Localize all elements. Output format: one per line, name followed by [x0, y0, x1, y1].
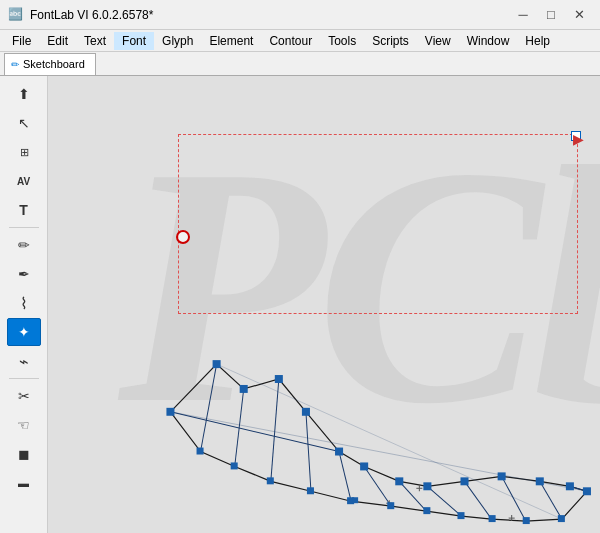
- node-25: [423, 507, 430, 514]
- close-button[interactable]: ✕: [566, 5, 592, 25]
- maximize-button[interactable]: □: [538, 5, 564, 25]
- menu-window[interactable]: Window: [459, 32, 518, 50]
- playback-arrow-icon: ▶: [573, 131, 584, 147]
- metrics-tool-button[interactable]: AV: [7, 167, 41, 195]
- svg-line-3: [271, 379, 279, 481]
- node-16: [231, 462, 238, 469]
- sketchboard-tab[interactable]: ✏ Sketchboard: [4, 53, 96, 75]
- canvas-inner: PCb ▶: [48, 76, 600, 533]
- selection-bounding-box: [178, 134, 578, 314]
- menu-bar: File Edit Text Font Glyph Element Contou…: [0, 30, 600, 52]
- node-extra: [352, 497, 358, 503]
- canvas-area[interactable]: PCb ▶: [48, 76, 600, 533]
- hand-tool-button[interactable]: ☜: [7, 411, 41, 439]
- svg-line-1: [201, 364, 217, 451]
- select-tool-button[interactable]: ↖: [7, 109, 41, 137]
- menu-help[interactable]: Help: [517, 32, 558, 50]
- node-13: [566, 482, 574, 490]
- svg-line-2: [235, 389, 244, 466]
- brush-tool-button[interactable]: ⌇: [7, 289, 41, 317]
- svg-line-13: [170, 412, 587, 491]
- toolbar: ⬆ ↖ ⊞ AV T ✏ ✒ ⌇ ✦ ⌁ ✂ ☜ ◼ ▬: [0, 76, 48, 533]
- node-20: [387, 502, 394, 509]
- node-23: [489, 515, 496, 522]
- menu-glyph[interactable]: Glyph: [154, 32, 201, 50]
- tab-bar: ✏ Sketchboard: [0, 52, 600, 76]
- menu-view[interactable]: View: [417, 32, 459, 50]
- node-9: [423, 482, 431, 490]
- node-handle-red[interactable]: [176, 230, 190, 244]
- node-14: [583, 487, 591, 495]
- window-title: FontLab VI 6.0.2.6578*: [30, 8, 153, 22]
- tab-label: Sketchboard: [23, 58, 85, 70]
- svg-line-5: [339, 452, 351, 502]
- rapidograph-tool-button[interactable]: ✦: [7, 318, 41, 346]
- svg-line-7: [399, 481, 426, 511]
- pointer-tool-button[interactable]: ⬆: [7, 80, 41, 108]
- svg-line-12: [570, 486, 587, 491]
- node-10: [460, 477, 468, 485]
- scissors-tool-button[interactable]: ✂: [7, 382, 41, 410]
- tab-icon: ✏: [11, 59, 19, 70]
- svg-line-4: [306, 412, 311, 491]
- node-19: [347, 497, 354, 504]
- node-8: [395, 477, 403, 485]
- node-4: [275, 375, 283, 383]
- menu-text[interactable]: Text: [76, 32, 114, 50]
- node-24: [457, 512, 464, 519]
- menu-edit[interactable]: Edit: [39, 32, 76, 50]
- node-1: [166, 408, 174, 416]
- separator-2: [9, 378, 39, 379]
- menu-element[interactable]: Element: [201, 32, 261, 50]
- title-bar: 🔤 FontLab VI 6.0.2.6578* ─ □ ✕: [0, 0, 600, 30]
- node-tool-button[interactable]: ⊞: [7, 138, 41, 166]
- window-controls: ─ □ ✕: [510, 5, 592, 25]
- zoom-tool-button[interactable]: ▬: [7, 469, 41, 497]
- svg-line-10: [502, 476, 526, 521]
- text-tool-button[interactable]: T: [7, 196, 41, 224]
- node-12: [536, 477, 544, 485]
- svg-line-9: [465, 481, 492, 519]
- svg-line-0: [170, 412, 339, 452]
- node-6: [335, 448, 343, 456]
- fill-tool-button[interactable]: ◼: [7, 440, 41, 468]
- node-7: [360, 462, 368, 470]
- pen-tool-button[interactable]: ✒: [7, 260, 41, 288]
- node-18: [307, 487, 314, 494]
- separator-1: [9, 227, 39, 228]
- svg-line-8: [427, 486, 461, 516]
- menu-tools[interactable]: Tools: [320, 32, 364, 50]
- menu-font[interactable]: Font: [114, 32, 154, 50]
- svg-line-11: [540, 481, 562, 519]
- node-21: [523, 517, 530, 524]
- node-17: [267, 477, 274, 484]
- menu-scripts[interactable]: Scripts: [364, 32, 417, 50]
- svg-line-6: [364, 466, 391, 506]
- node-22: [558, 515, 565, 522]
- knife-tool-button[interactable]: ⌁: [7, 347, 41, 375]
- bezier-canvas: [48, 76, 600, 533]
- menu-file[interactable]: File: [4, 32, 39, 50]
- node-15: [197, 448, 204, 455]
- svg-line-14: [217, 364, 562, 519]
- app-icon: 🔤: [8, 7, 24, 23]
- main-layout: ⬆ ↖ ⊞ AV T ✏ ✒ ⌇ ✦ ⌁ ✂ ☜ ◼ ▬ PCb ▶: [0, 76, 600, 533]
- ghost-letters: PCb: [118, 116, 600, 456]
- menu-contour[interactable]: Contour: [261, 32, 320, 50]
- pencil-tool-button[interactable]: ✏: [7, 231, 41, 259]
- node-11: [498, 472, 506, 480]
- node-5: [302, 408, 310, 416]
- node-2: [213, 360, 221, 368]
- minimize-button[interactable]: ─: [510, 5, 536, 25]
- node-3: [240, 385, 248, 393]
